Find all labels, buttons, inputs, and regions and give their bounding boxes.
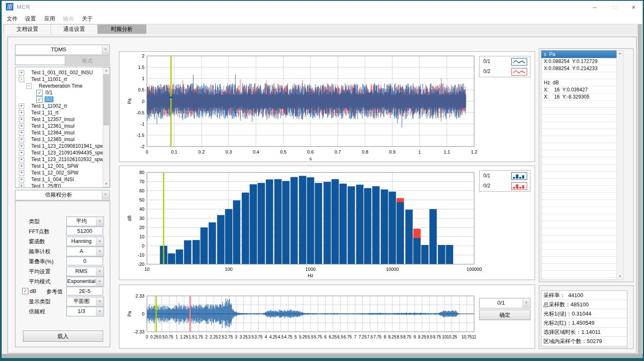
readout-row[interactable]: [541, 136, 616, 143]
filter-input[interactable]: [15, 56, 65, 65]
expand-icon[interactable]: +: [19, 150, 24, 156]
menu-item-3[interactable]: 应用: [43, 15, 56, 23]
readout-row[interactable]: [541, 129, 616, 136]
menu-item-1[interactable]: 文件: [5, 15, 19, 23]
scroll-up-icon[interactable]: ▲: [103, 68, 109, 73]
readout-row[interactable]: X:0.088254 Y:0.172729: [541, 58, 616, 65]
field-select[interactable]: A˅: [66, 247, 104, 256]
tree-item[interactable]: −Test 1_11001_rt: [15, 76, 110, 83]
maximize-button[interactable]: □: [606, 1, 624, 14]
octave-spectrum-chart[interactable]: -20-100102030405060708010100100010000100…: [119, 166, 534, 279]
expand-icon[interactable]: +: [19, 164, 24, 169]
confirm-button[interactable]: 确定: [479, 310, 530, 320]
tree-item[interactable]: +Test 1_11_rt: [15, 109, 110, 116]
readout-row[interactable]: [541, 172, 616, 179]
field-input[interactable]: 51200: [66, 227, 103, 235]
format-button[interactable]: 格式: [65, 56, 110, 66]
expand-icon[interactable]: +: [19, 130, 24, 136]
tree-item[interactable]: ✓0/1: [15, 89, 110, 96]
field-select[interactable]: RMS˅: [66, 267, 104, 276]
tree-item[interactable]: +Test 1_001_001_002_INSU: [15, 69, 110, 76]
close-button[interactable]: ✕: [624, 1, 643, 14]
minimize-button[interactable]: ─: [586, 1, 604, 14]
readout-row[interactable]: Hz dB: [541, 79, 616, 86]
readout-row[interactable]: X: 16 Y:-8.329305: [541, 93, 616, 101]
readout-row[interactable]: [541, 242, 616, 250]
readout-row[interactable]: [541, 214, 616, 221]
field-input[interactable]: 0: [66, 257, 103, 265]
tree-item[interactable]: +Test 1_123_210914094435_spw: [15, 149, 110, 156]
checkbox-icon[interactable]: ✓: [36, 96, 43, 103]
expand-icon[interactable]: +: [19, 144, 24, 149]
readout-row[interactable]: [541, 271, 616, 278]
overview-waveform-chart[interactable]: 00.250.50.7511.251.51.7522.252.52.7533.2…: [119, 285, 534, 347]
readout-row[interactable]: X:0.088254 Y:0.214233: [541, 65, 616, 72]
tree-item[interactable]: +Test 1_12_001_SPW: [15, 163, 110, 169]
expand-icon[interactable]: +: [19, 70, 24, 76]
menu-item-5[interactable]: 关于: [81, 15, 94, 23]
time-waveform-chart[interactable]: -2-1.5-1-0.500.511.5200.10.20.30.40.50.6…: [119, 52, 534, 161]
tab-2[interactable]: 通道设置: [51, 24, 98, 34]
tree-item[interactable]: +Test 1_123_210908101941_spw: [15, 143, 110, 149]
scroll-down-icon[interactable]: ▼: [103, 181, 109, 187]
load-button[interactable]: 载入: [23, 331, 103, 342]
tree-item[interactable]: +Test 1_12364_insul: [15, 129, 110, 136]
readout-row[interactable]: [541, 143, 616, 150]
readout-row[interactable]: [541, 164, 616, 172]
scroll-down-icon[interactable]: ▼: [617, 274, 623, 280]
readout-row[interactable]: [541, 72, 616, 79]
readout-row[interactable]: [541, 207, 616, 214]
readout-row[interactable]: [541, 115, 616, 122]
channel-select[interactable]: 0/1 ˅: [479, 298, 530, 308]
field-select[interactable]: 1/3˅: [66, 307, 104, 316]
readout-row[interactable]: [541, 235, 616, 242]
readout-row[interactable]: [541, 108, 616, 115]
cursor-readout-list[interactable]: s PaX:0.088254 Y:0.172729X:0.088254 Y:0.…: [541, 50, 617, 280]
readout-row[interactable]: [541, 157, 616, 164]
readout-row[interactable]: [541, 250, 616, 257]
tree-item[interactable]: +Test 1_12365_insul: [15, 136, 110, 143]
tree-item[interactable]: ✓0/2: [15, 96, 110, 103]
scroll-up-icon[interactable]: ▲: [617, 50, 623, 56]
readout-row[interactable]: [541, 101, 616, 108]
menu-item-2[interactable]: 设置: [24, 15, 37, 23]
expand-icon[interactable]: +: [19, 117, 24, 122]
analysis-type-select[interactable]: 倍频程分析 ˅: [15, 190, 110, 200]
expand-icon[interactable]: +: [19, 110, 24, 116]
reference-value-input[interactable]: 2E-5: [66, 287, 103, 295]
expand-icon[interactable]: +: [19, 137, 24, 142]
readout-row[interactable]: [541, 264, 616, 271]
checkbox-icon[interactable]: ✓: [36, 90, 43, 96]
readout-row[interactable]: [541, 122, 616, 129]
readout-scrollbar[interactable]: ▲ ▼: [616, 50, 624, 280]
field-select[interactable]: Hanning˅: [66, 237, 104, 246]
tree-item[interactable]: +Test 1_12357_insul: [15, 116, 110, 123]
tree-scrollbar[interactable]: ▲ ▼: [103, 67, 110, 187]
readout-row[interactable]: [541, 228, 616, 235]
readout-row[interactable]: [541, 257, 616, 264]
file-tree[interactable]: +Test 1_001_001_002_INSU−Test 1_11001_rt…: [15, 67, 110, 188]
tab-1[interactable]: 文档设置: [4, 24, 51, 34]
tree-item[interactable]: +Test 1_25度0: [15, 183, 110, 188]
field-select[interactable]: Exponential˅: [66, 277, 104, 286]
readout-row[interactable]: [541, 200, 616, 207]
tree-item[interactable]: +Test 1_1_004_INSI: [15, 176, 110, 183]
tab-3[interactable]: 时频分析: [97, 24, 146, 34]
expand-icon[interactable]: +: [19, 104, 24, 109]
tree-item[interactable]: +Test 1_11002_rt: [15, 103, 110, 109]
format-type-select[interactable]: TDMS ˅: [15, 45, 110, 55]
tree-item[interactable]: −Reverberation Time: [15, 83, 110, 89]
tree-item[interactable]: +Test 1_12_002_SPW: [15, 169, 110, 176]
readout-row[interactable]: [541, 221, 616, 228]
collapse-icon[interactable]: −: [19, 77, 24, 82]
readout-row[interactable]: [541, 179, 616, 186]
expand-icon[interactable]: +: [19, 157, 24, 162]
readout-row[interactable]: [541, 193, 616, 200]
menu-item-4[interactable]: 输出: [62, 15, 75, 23]
expand-icon[interactable]: +: [19, 184, 24, 188]
db-checkbox[interactable]: ✓: [22, 288, 28, 294]
collapse-icon[interactable]: −: [26, 83, 32, 89]
expand-icon[interactable]: +: [19, 170, 24, 176]
field-select[interactable]: 平均˅: [66, 217, 104, 226]
tree-scrollbar-thumb[interactable]: [104, 74, 109, 125]
